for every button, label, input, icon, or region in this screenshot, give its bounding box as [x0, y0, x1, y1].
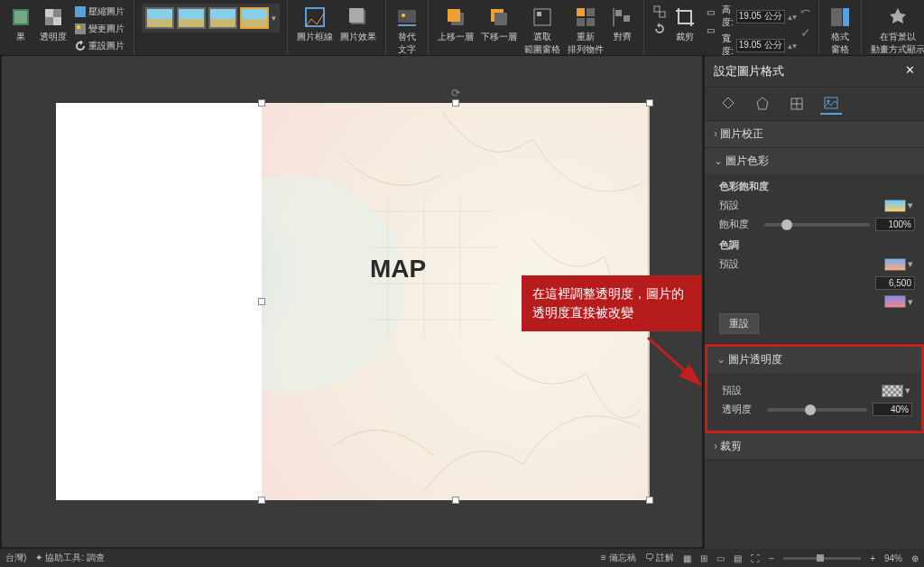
svg-marker-42 [757, 98, 768, 109]
reorder-objects-button[interactable]: 重新 排列物件 [566, 4, 605, 58]
temperature-value-input[interactable] [875, 276, 915, 290]
map-text-label: MAP [370, 255, 426, 284]
svg-point-12 [402, 14, 405, 17]
saturation-label: 飽和度 [719, 218, 759, 231]
resize-handle[interactable] [258, 298, 265, 305]
section-crop[interactable]: 裁剪 [705, 433, 924, 460]
status-accessibility[interactable]: ✦ 協助工具: 調查 [35, 552, 104, 564]
bring-forward-button[interactable]: 上移一層 [436, 4, 476, 45]
zoom-slider[interactable] [783, 557, 861, 560]
svg-rect-13 [398, 24, 416, 26]
svg-rect-29 [831, 8, 842, 26]
pane-close-icon[interactable]: ✕ [905, 63, 915, 79]
svg-rect-20 [577, 8, 585, 16]
width-input[interactable] [736, 39, 785, 52]
resize-handle[interactable] [258, 497, 265, 504]
svg-rect-4 [53, 17, 61, 25]
picture-effects-button[interactable]: 圖片效果 [338, 4, 378, 45]
compress-picture-button[interactable]: 壓縮圖片 [72, 4, 126, 20]
svg-point-7 [77, 25, 80, 29]
picture-border-button[interactable]: 圖片框線 [295, 4, 335, 45]
pane-tab-effects-icon[interactable] [752, 93, 773, 115]
crop-extra-1[interactable]: ▭ [702, 4, 718, 20]
saturation-slider[interactable] [764, 223, 870, 227]
change-picture-button[interactable]: 變更圖片 [72, 21, 126, 37]
svg-rect-24 [615, 10, 622, 16]
crop-extra-2[interactable]: ▭ [702, 22, 718, 38]
resize-handle[interactable] [646, 99, 653, 107]
view-slideshow-icon[interactable]: ▤ [734, 553, 742, 563]
size-check-icon[interactable]: ✓ [800, 25, 811, 40]
pane-tab-size-icon[interactable] [786, 93, 808, 115]
annotation-callout: 在這裡調整透明度，圖片的透明度直接被改變 [522, 275, 702, 331]
svg-rect-22 [577, 18, 585, 26]
svg-rect-25 [624, 15, 630, 22]
transparency-value-input[interactable] [873, 403, 912, 416]
zoom-out-button[interactable]: − [769, 553, 774, 563]
svg-rect-30 [843, 8, 849, 26]
svg-rect-11 [398, 10, 416, 23]
tone-preset-dropdown[interactable]: ▾ [884, 258, 915, 271]
pane-tab-picture-icon[interactable] [820, 93, 842, 115]
svg-point-47 [827, 100, 830, 103]
transparency-label: 透明度 [722, 403, 762, 416]
rotate-button[interactable] [651, 21, 668, 37]
send-backward-button[interactable]: 下移一層 [479, 4, 519, 45]
svg-rect-17 [494, 13, 507, 25]
zoom-in-button[interactable]: + [870, 553, 875, 563]
svg-rect-28 [660, 12, 665, 17]
color-saturation-heading: 色彩飽和度 [719, 180, 915, 193]
corrections-button[interactable]: 果 [7, 4, 34, 45]
pane-tab-fill-icon[interactable] [717, 93, 739, 115]
status-comments-button[interactable]: 🗨 註解 [645, 552, 675, 564]
transparency-button[interactable]: 透明度 [38, 4, 69, 45]
svg-rect-21 [587, 8, 595, 16]
transparency-slider[interactable] [767, 408, 867, 412]
view-sorter-icon[interactable]: ⊞ [700, 553, 707, 563]
animate-background-button[interactable]: 在背景以 動畫方式顯示 [869, 4, 924, 58]
zoom-level[interactable]: 94% [884, 553, 902, 563]
section-picture-transparency[interactable]: 圖片透明度 [707, 347, 921, 373]
alt-text-button[interactable]: 替代 文字 [393, 4, 420, 58]
section-picture-corrections[interactable]: 圖片校正 [705, 121, 924, 147]
saturation-preset-dropdown[interactable]: ▾ [884, 200, 915, 212]
svg-rect-10 [349, 8, 364, 23]
reset-picture-button[interactable]: 重設圖片 [72, 38, 126, 54]
transparency-preset-label: 預設 [722, 384, 762, 397]
svg-rect-1 [14, 11, 27, 23]
color-tone-heading: 色調 [719, 238, 915, 252]
size-reset-icon[interactable]: ⤺ [800, 4, 811, 18]
transparency-preset-dropdown[interactable]: ▾ [882, 385, 912, 397]
svg-rect-18 [534, 9, 550, 25]
view-reading-icon[interactable]: ▭ [716, 553, 725, 563]
width-label: 寬度: [722, 33, 734, 58]
svg-rect-15 [448, 9, 460, 22]
saturation-value-input[interactable] [875, 218, 915, 231]
picture-style-gallery[interactable]: ▾ [142, 4, 280, 33]
resize-handle[interactable] [646, 497, 653, 504]
selection-pane-button[interactable]: 選取 範圍窗格 [522, 4, 562, 58]
crop-button[interactable]: 裁剪 [671, 4, 698, 45]
section-picture-color[interactable]: 圖片色彩 [705, 148, 924, 174]
ribbon: 果 透明度 壓縮圖片 變更圖片 重設圖片 ▾ 圖片框線 圖片效果 替代 文字 上… [0, 0, 924, 56]
tone-preset-label: 預設 [719, 257, 759, 271]
view-present-icon[interactable]: ⛶ [751, 553, 760, 563]
height-input[interactable] [736, 10, 785, 23]
transparency-section-highlight: 圖片透明度 預設 ▾ 透明度 [705, 344, 924, 433]
rotate-handle-icon[interactable]: ⟳ [451, 87, 460, 99]
svg-rect-23 [587, 18, 595, 26]
resize-handle[interactable] [258, 99, 265, 107]
zoom-fit-button[interactable]: ⊕ [911, 553, 919, 563]
status-notes-button[interactable]: ≡ 備忘稿 [601, 552, 636, 564]
svg-rect-3 [45, 9, 53, 17]
group-button[interactable] [651, 4, 668, 20]
resize-handle[interactable] [452, 497, 459, 504]
align-button[interactable]: 對齊 [609, 4, 636, 45]
format-pane-button[interactable]: 格式 窗格 [827, 4, 854, 58]
resize-handle[interactable] [452, 99, 459, 107]
color-reset-button[interactable]: 重設 [719, 313, 759, 334]
view-normal-icon[interactable]: ▦ [683, 553, 691, 563]
saturation-preset-label: 預設 [719, 199, 759, 212]
recolor-preset-dropdown[interactable]: ▾ [884, 295, 915, 308]
height-label: 高度: [722, 4, 734, 29]
